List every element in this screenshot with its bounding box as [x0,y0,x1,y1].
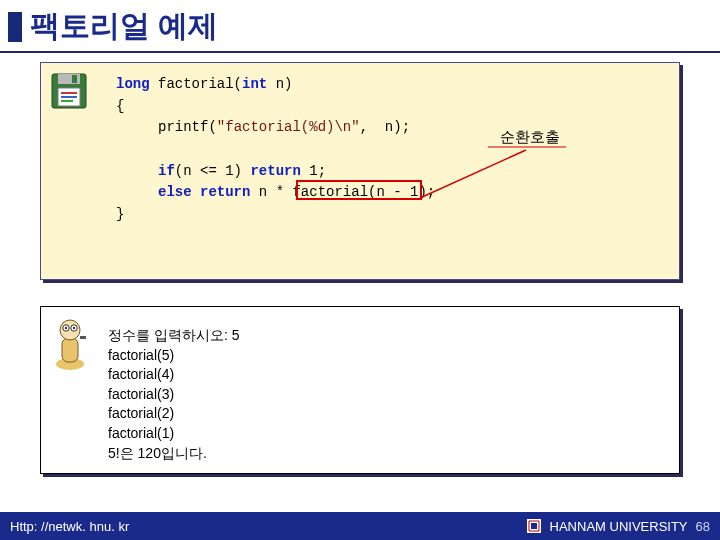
footer-right: HANNAM UNIVERSITY 68 [526,518,710,534]
svg-rect-10 [62,338,78,362]
university-logo-icon [526,518,542,534]
svg-line-7 [420,150,526,198]
mascot-icon [50,316,90,376]
callout-connector [0,0,720,300]
footer-bar: Http: //netwk. hnu. kr HANNAM UNIVERSITY… [0,512,720,540]
svg-point-15 [73,327,75,329]
footer-url: Http: //netwk. hnu. kr [10,519,129,534]
footer-university: HANNAM UNIVERSITY [550,519,688,534]
program-output: 정수를 입력하시오: 5 factorial(5) factorial(4) f… [108,326,239,463]
svg-point-14 [65,327,67,329]
page-number: 68 [696,519,710,534]
slide: 팩토리얼 예제 long factorial(int n) { printf("… [0,0,720,540]
svg-rect-16 [80,336,86,339]
